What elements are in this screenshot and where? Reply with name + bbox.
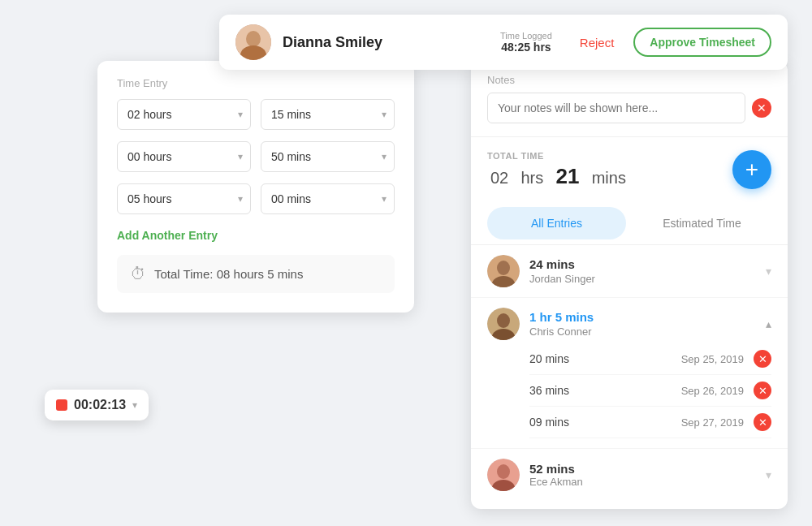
ece-name: Ece Akman: [529, 476, 756, 488]
hours-select-2[interactable]: 00 hours 01 hours 02 hours: [117, 141, 251, 172]
person-info-ece: 52 mins Ece Akman: [529, 462, 756, 488]
reject-button[interactable]: Reject: [572, 31, 623, 54]
person-name: Dianna Smiley: [283, 34, 489, 51]
chris-time: 1 hr 5 mins: [529, 310, 756, 324]
avatar: [235, 24, 271, 60]
total-time-row: ⏱ Total Time: 08 hours 5 mins: [117, 255, 395, 293]
chevron-down-icon[interactable]: ▾: [132, 399, 137, 411]
sub-entry-date-3: Sep 27, 2019: [681, 416, 744, 429]
total-mins-value: 21: [556, 164, 580, 188]
timer-widget: 00:02:13 ▾: [45, 390, 149, 420]
hours-select-wrapper-2: 00 hours 01 hours 02 hours ▾: [117, 141, 251, 172]
chevron-down-icon[interactable]: ▾: [766, 265, 771, 278]
total-time-text: Total Time: 08 hours 5 mins: [154, 267, 303, 281]
sub-entry-date-1: Sep 25, 2019: [681, 353, 744, 365]
mins-select-1[interactable]: 15 mins 00 mins 10 mins 30 mins 50 mins: [261, 99, 395, 130]
notes-input[interactable]: [487, 93, 745, 123]
clear-notes-button[interactable]: ✕: [752, 98, 771, 118]
time-logged-block: Time Logged 48:25 hrs: [500, 31, 552, 54]
total-time-display: 02 hrs 21 mins: [487, 164, 629, 189]
sub-entry-2: 36 mins Sep 26, 2019 ✕: [529, 375, 771, 407]
total-time-section: TOTAL TIME 02 hrs 21 mins +: [471, 137, 788, 202]
sub-entry-date-2: Sep 26, 2019: [681, 385, 744, 397]
tab-estimated-time[interactable]: Estimated Time: [633, 207, 771, 239]
notes-input-row: ✕: [487, 93, 771, 123]
notes-label: Notes: [487, 74, 771, 86]
timer-icon: ⏱: [130, 265, 146, 283]
mins-select-wrapper-3: 00 mins 15 mins 30 mins 50 mins ▾: [261, 183, 395, 214]
chris-name: Chris Conner: [529, 326, 756, 338]
remove-entry-button-3[interactable]: ✕: [754, 413, 771, 431]
add-another-entry-link[interactable]: Add Another Entry: [117, 229, 218, 242]
mins-label: mins: [592, 169, 626, 187]
right-panel: Notes ✕ TOTAL TIME 02 hrs 21 mins + All …: [471, 61, 788, 509]
sub-entry-1: 20 mins Sep 25, 2019 ✕: [529, 343, 771, 375]
person-info-jordan: 24 mins Jordan Singer: [529, 257, 756, 285]
approval-bar: Dianna Smiley Time Logged 48:25 hrs Reje…: [219, 15, 788, 70]
person-row-chris: 1 hr 5 mins Chris Conner ▴: [487, 308, 771, 340]
hours-select-wrapper-3: 05 hours 00 hours 01 hours 02 hours ▾: [117, 183, 251, 214]
list-item: 24 mins Jordan Singer ▾: [471, 245, 788, 298]
entry-row-3: 05 hours 00 hours 01 hours 02 hours ▾ 00…: [117, 183, 395, 214]
ece-time: 52 mins: [529, 462, 756, 476]
timer-value: 00:02:13: [74, 398, 126, 412]
time-entry-label: Time Entry: [117, 77, 395, 89]
svg-point-7: [497, 313, 510, 328]
entry-row-2: 00 hours 01 hours 02 hours ▾ 50 mins 00 …: [117, 141, 395, 172]
approve-timesheet-button[interactable]: Approve Timesheet: [633, 28, 771, 57]
hours-select-wrapper-1: 02 hours 00 hours 01 hours 03 hours 05 h…: [117, 99, 251, 130]
person-row-jordan: 24 mins Jordan Singer ▾: [487, 255, 771, 287]
remove-entry-button-1[interactable]: ✕: [754, 350, 771, 368]
stop-recording-icon[interactable]: [56, 399, 67, 411]
time-logged-label: Time Logged: [500, 31, 552, 41]
svg-point-1: [246, 31, 261, 47]
avatar: [487, 255, 520, 287]
person-info-chris: 1 hr 5 mins Chris Conner: [529, 310, 756, 338]
notes-section: Notes ✕: [471, 61, 788, 137]
mins-select-3[interactable]: 00 mins 15 mins 30 mins 50 mins: [261, 183, 395, 214]
sub-entry-time-3: 09 mins: [529, 416, 681, 429]
mins-select-wrapper-1: 15 mins 00 mins 10 mins 30 mins 50 mins …: [261, 99, 395, 130]
jordan-time: 24 mins: [529, 257, 756, 271]
remove-entry-button-2[interactable]: ✕: [754, 382, 771, 399]
svg-point-4: [497, 261, 510, 275]
jordan-name: Jordan Singer: [529, 273, 756, 285]
chris-sub-entries: 20 mins Sep 25, 2019 ✕ 36 mins Sep 26, 2…: [487, 340, 771, 438]
list-item: 52 mins Ece Akman ▾: [471, 449, 788, 501]
list-item: 1 hr 5 mins Chris Conner ▴ 20 mins Sep 2…: [471, 298, 788, 449]
avatar: [487, 308, 520, 340]
add-entry-button[interactable]: +: [732, 150, 771, 189]
time-entry-panel: Time Entry 02 hours 00 hours 01 hours 03…: [97, 61, 414, 313]
tab-all-entries[interactable]: All Entries: [487, 207, 626, 239]
sub-entry-time-1: 20 mins: [529, 352, 681, 365]
hrs-label: hrs: [520, 169, 543, 187]
hours-select-1[interactable]: 02 hours 00 hours 01 hours 03 hours 05 h…: [117, 99, 251, 130]
total-time-label: TOTAL TIME: [487, 151, 629, 161]
mins-select-2[interactable]: 50 mins 00 mins 15 mins 30 mins: [261, 141, 395, 172]
time-logged-value: 48:25 hrs: [500, 41, 552, 54]
entry-row-1: 02 hours 00 hours 01 hours 03 hours 05 h…: [117, 99, 395, 130]
sub-entry-time-2: 36 mins: [529, 384, 681, 397]
sub-entry-3: 09 mins Sep 27, 2019 ✕: [529, 407, 771, 438]
total-hrs-value: 02: [490, 169, 508, 187]
chevron-down-icon[interactable]: ▾: [766, 468, 771, 481]
entries-list: 24 mins Jordan Singer ▾ 1 hr 5 mins: [471, 245, 788, 509]
hours-select-3[interactable]: 05 hours 00 hours 01 hours 02 hours: [117, 183, 251, 214]
svg-point-10: [497, 464, 510, 479]
mins-select-wrapper-2: 50 mins 00 mins 15 mins 30 mins ▾: [261, 141, 395, 172]
tabs-row: All Entries Estimated Time: [471, 202, 788, 245]
chevron-up-icon[interactable]: ▴: [766, 317, 771, 330]
avatar: [487, 459, 520, 491]
